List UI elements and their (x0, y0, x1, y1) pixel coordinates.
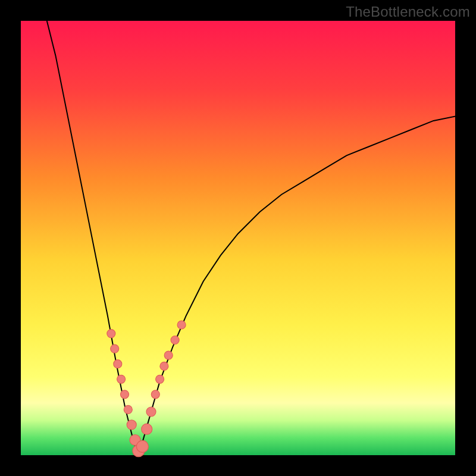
chart-frame: TheBottleneck.com (0, 0, 476, 476)
watermark-text: TheBottleneck.com (346, 4, 470, 20)
plot-area (21, 21, 455, 455)
